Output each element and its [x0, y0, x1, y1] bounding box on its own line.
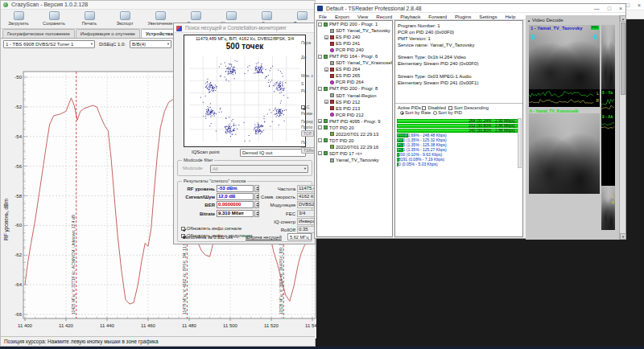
tree-item[interactable]: ES PID 213 [317, 105, 392, 112]
video-thumbnail-1[interactable]: 1 - Yamal_TV_Tazovsky H264 [529, 25, 600, 89]
tree-item[interactable]: +ES PID 212 [317, 99, 392, 105]
spinner[interactable] [254, 185, 259, 192]
update-checkbox[interactable]: Обновлять инфо сигнале [181, 219, 242, 226]
menu-view[interactable]: View [353, 13, 372, 19]
spinner[interactable] [254, 210, 259, 217]
expand-toggle[interactable]: + [324, 100, 328, 104]
tab-Информация о спутнике[interactable]: Информация о спутнике [76, 29, 140, 38]
maximize-icon[interactable]: □ [608, 4, 611, 13]
tree-item[interactable]: Yamal_TV_Tazovsky [317, 157, 392, 163]
toolbar-button-save[interactable]: Сохранить [36, 10, 72, 28]
toolbar-button-load[interactable]: Загрузить [1, 10, 36, 28]
expand-toggle[interactable]: - [318, 125, 322, 129]
tsreader-titlebar[interactable]: Default - TSReader Professional 2.8.48 [315, 4, 625, 13]
expand-toggle[interactable]: - [318, 151, 322, 155]
menu-file[interactable]: File [315, 13, 331, 19]
close-icon[interactable]: × [619, 4, 622, 13]
checkbox-icon[interactable] [422, 106, 426, 110]
tree-item[interactable]: SDT: Yamal-Region [317, 92, 392, 99]
constellation-display[interactable]: 11479,489 МГц, В/П, 4162 Кс, DVBS2/8PSK,… [184, 35, 306, 147]
tree-item[interactable]: SDT: Yamal_TV_Krasnoselk [317, 60, 392, 66]
expand-toggle[interactable]: + [318, 119, 322, 123]
expand-toggle[interactable]: - [318, 55, 322, 59]
field-value[interactable]: 9,310 Мбит [217, 210, 254, 217]
scroll-down-icon[interactable]: ▼ [620, 233, 626, 240]
expand-toggle[interactable]: - [318, 87, 322, 91]
menu-plugins[interactable]: Plugins [451, 13, 475, 19]
tree-item[interactable]: -PMT PID 200 - Progr. 8 [317, 85, 392, 92]
pid-row[interactable]: 0 (0.05% - 5.03 Kbps) [397, 162, 518, 166]
tree-item[interactable]: -TOT PID 20 [317, 125, 392, 131]
tree-item[interactable]: ES PID 265 [317, 72, 392, 79]
tree-item[interactable]: -SDT PID 17 <t> [317, 150, 392, 157]
tree-item[interactable]: +ES PID 264 [317, 66, 392, 72]
field-value[interactable]: -53 dBm [217, 185, 254, 192]
video-thumbnail-3[interactable] [601, 25, 615, 89]
radio-label: Sort by Rate [405, 110, 431, 115]
tree-item[interactable]: -PMT PID 164 - Progr. 6 [317, 53, 392, 60]
fragment-text: По [301, 140, 306, 145]
close-icon[interactable]: × [638, 0, 641, 10]
tree-item[interactable]: +PMT PID 4095 - Progr. 9 [317, 118, 392, 125]
field-value[interactable]: 0,0000000 [217, 201, 254, 208]
checkbox-icon[interactable] [448, 106, 452, 110]
active-pids-list: 264 (31.24% - 2.90 Mbps)212 (30.80% - 2.… [397, 118, 518, 166]
update-checkbox[interactable]: Обновлять инфо о модуляции [181, 226, 252, 233]
maximize-icon[interactable]: □ [626, 0, 630, 10]
expand-toggle[interactable]: + [324, 35, 328, 39]
carrier-width-link[interactable]: Ширина несущей [246, 235, 282, 240]
field-value[interactable]: 12,0 dB [217, 193, 254, 200]
expand-toggle[interactable]: - [318, 23, 322, 27]
spinner[interactable] [254, 201, 259, 208]
menu-export[interactable]: Export [331, 13, 353, 19]
video-thumbnail-2[interactable] [529, 113, 600, 194]
tree-item[interactable]: PCR PID 240 [317, 47, 392, 53]
scrollbar-thumb[interactable] [621, 23, 625, 95]
tree-item[interactable]: PCR PID 212 [317, 112, 392, 118]
menu-forward[interactable]: Forward [424, 13, 451, 19]
pid-list-scrollbar[interactable] [518, 118, 522, 168]
tree-item[interactable]: -PMT PID 200 - Progr. 1 [317, 21, 392, 27]
constellation-titlebar[interactable]: Поиск несущей и Constellation-мониторинг [174, 23, 315, 33]
menu-settings[interactable]: Settings [475, 13, 501, 19]
tree-item[interactable]: SDT: Yamal_TV_Tazovsky [317, 27, 392, 34]
result-field-Модуляция: МодуляцияDVBS2/8PSK [260, 201, 313, 209]
expand-toggle[interactable]: - [318, 138, 322, 142]
chevron-down-icon: ▼ [167, 43, 170, 46]
diseqc10-select[interactable]: B/B(4)▼ [130, 40, 171, 48]
menu-playback[interactable]: Playback [396, 13, 424, 19]
crazyscan-titlebar[interactable]: CrazyScan - Версия 1.0.2.128 [1, 1, 315, 9]
tree-item[interactable]: PCR PID 264 [317, 79, 392, 85]
radio-icon[interactable] [433, 111, 437, 115]
constellation-app-icon [176, 26, 182, 31]
expand-toggle[interactable]: + [324, 68, 328, 72]
radio-icon[interactable] [400, 111, 404, 115]
video-decode-scrollbar[interactable]: ▲ ▼ [619, 15, 625, 240]
iqscan-select[interactable]: Demod IQ out▼ [240, 149, 306, 157]
tree-item[interactable]: 2022/07/01 22:29:16 [317, 144, 392, 150]
tree-item[interactable]: +ES PID 240 [317, 34, 392, 40]
menu-help[interactable]: Help [502, 13, 520, 19]
collapse-icon[interactable]: ▲ [527, 18, 530, 23]
modcode-select[interactable]: All▼ [210, 165, 308, 173]
panel-fragment: С [301, 105, 310, 109]
panel-fragment[interactable]: TCP [301, 130, 314, 137]
tree-item[interactable]: 2022/07/01 22:29:13 [317, 131, 392, 138]
tuner-select[interactable]: 1 - TBS 6908 DVBS/S2 Tuner 1▼ [3, 40, 95, 48]
result-field-IQ-спектр: IQ-спектрИнверсия [260, 218, 313, 226]
toolbar-button-print[interactable]: Печать [72, 10, 107, 28]
menu-record[interactable]: Record [372, 13, 396, 19]
toolbar-button-export[interactable]: Экспорт [107, 10, 142, 28]
tab-Географическое положение[interactable]: Географическое положение [2, 29, 75, 38]
field-value: DVBS2/8PSK [297, 201, 316, 208]
scroll-up-icon[interactable]: ▲ [620, 15, 626, 22]
tab-Устройства[interactable]: Устройства [141, 29, 178, 38]
tree-item-label: ES PID 264 [336, 66, 360, 72]
spinner[interactable] [254, 193, 259, 200]
tree-item[interactable]: ES PID 241 [317, 40, 392, 47]
tree-item[interactable]: -TDT PID 20 [317, 138, 392, 144]
panel-fragment: По [301, 140, 306, 145]
tree-item-label: ES PID 240 [336, 34, 360, 40]
minimize-icon[interactable]: — [594, 4, 600, 13]
svg-text:11 520: 11 520 [264, 323, 279, 328]
